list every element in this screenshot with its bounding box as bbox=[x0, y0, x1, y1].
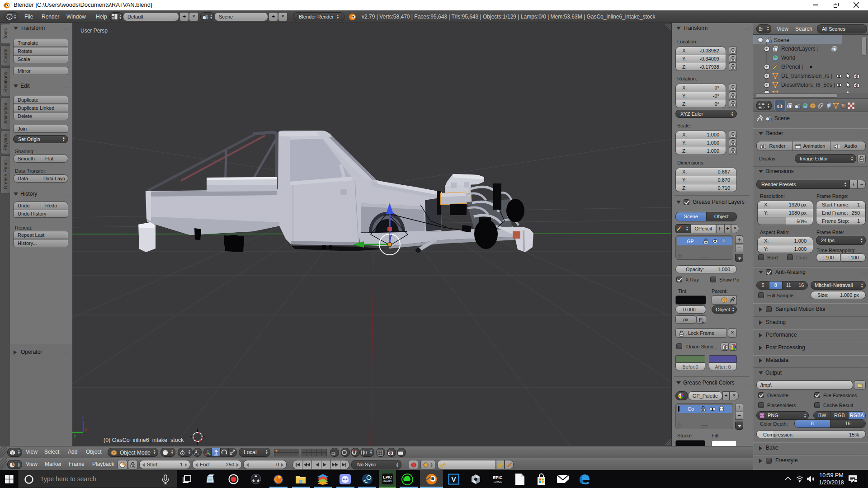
svg-text:World: World bbox=[781, 55, 795, 61]
svg-text:EPIC: EPIC bbox=[383, 475, 392, 479]
svg-text:V: V bbox=[451, 475, 456, 483]
svg-text:GPencil: GPencil bbox=[781, 64, 800, 70]
svg-text:|: | bbox=[802, 64, 803, 70]
svg-text:i: i bbox=[9, 15, 10, 19]
svg-text:D1_transmission_rs: D1_transmission_rs bbox=[781, 73, 829, 79]
svg-text:DieselMotors_I6_50s: DieselMotors_I6_50s bbox=[781, 82, 832, 88]
svg-text:GAMES: GAMES bbox=[383, 480, 392, 483]
svg-text:RenderLayers: RenderLayers bbox=[781, 46, 815, 52]
svg-text:y: y bbox=[74, 433, 76, 438]
svg-text:User Persp: User Persp bbox=[80, 28, 108, 34]
svg-text:|: | bbox=[831, 73, 832, 79]
svg-text:EPIC: EPIC bbox=[493, 475, 503, 480]
svg-text:GAMES: GAMES bbox=[494, 480, 502, 483]
svg-text:|: | bbox=[816, 46, 818, 52]
svg-text:x: x bbox=[85, 427, 87, 432]
svg-text:|: | bbox=[834, 82, 835, 88]
svg-text:(0) GasCo_inline6_intake_stock: (0) GasCo_inline6_intake_stock bbox=[104, 437, 184, 443]
svg-text:z: z bbox=[82, 415, 84, 420]
